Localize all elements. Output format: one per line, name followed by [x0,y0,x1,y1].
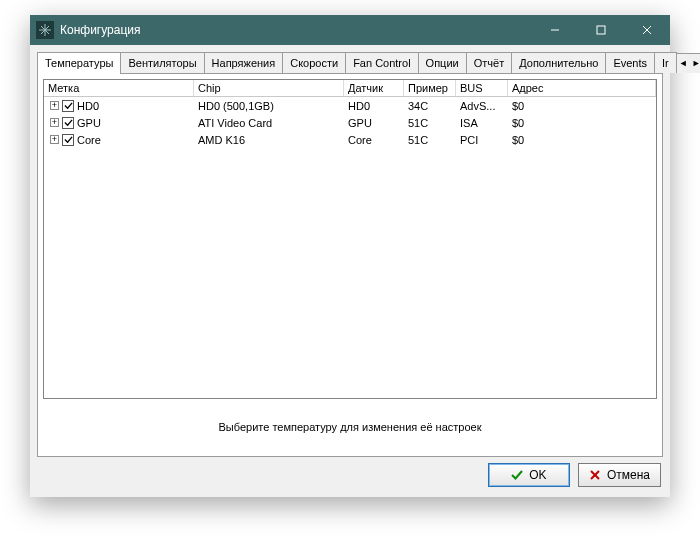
cell-bus: PCI [456,132,508,148]
button-row: OK Отмена [37,457,663,489]
window-frame: Конфигурация Температуры Вентиляторы Нап… [30,15,670,497]
minimize-button[interactable] [532,15,578,45]
tab-label: Вентиляторы [128,57,196,69]
col-chip[interactable]: Chip [194,80,344,96]
tab-panel: Метка Chip Датчик Пример BUS Адрес + HD0… [37,73,663,457]
tab-scroll-left[interactable]: ◄ [677,54,690,73]
expand-icon[interactable]: + [50,135,59,144]
cell-bus: ISA [456,115,508,131]
tab-label: Fan Control [353,57,410,69]
cell-label: Core [77,134,101,146]
cell-chip: ATI Video Card [194,115,344,131]
close-icon [589,469,601,481]
tab-strip: Температуры Вентиляторы Напряжения Скоро… [37,51,663,73]
row-checkbox[interactable] [62,134,74,146]
table-row[interactable]: + HD0 HD0 (500,1GB) HD0 34C AdvS... $0 [44,97,656,114]
client-area: Температуры Вентиляторы Напряжения Скоро… [30,45,670,497]
cell-sample: 34C [404,98,456,114]
tab-label: Опции [426,57,459,69]
grid-header-row: Метка Chip Датчик Пример BUS Адрес [44,80,656,97]
cell-addr: $0 [508,98,656,114]
ok-label: OK [529,468,546,482]
cell-addr: $0 [508,115,656,131]
table-row[interactable]: + GPU ATI Video Card GPU 51C ISA $0 [44,114,656,131]
sensor-grid: Метка Chip Датчик Пример BUS Адрес + HD0… [43,79,657,399]
hint-text: Выберите температуру для изменения её на… [43,399,657,451]
tab-label: Ir [662,57,669,69]
tab-label: Отчёт [474,57,504,69]
cancel-label: Отмена [607,468,650,482]
cell-sample: 51C [404,115,456,131]
tab-label: Events [613,57,647,69]
svg-rect-5 [597,26,605,34]
cell-sample: 51C [404,132,456,148]
col-sample[interactable]: Пример [404,80,456,96]
cell-sensor: Core [344,132,404,148]
col-addr[interactable]: Адрес [508,80,656,96]
tab-advanced[interactable]: Дополнительно [511,52,606,73]
tab-scroll: ◄ ► [676,53,700,73]
cell-bus: AdvS... [456,98,508,114]
cell-sensor: GPU [344,115,404,131]
row-checkbox[interactable] [62,100,74,112]
ok-button[interactable]: OK [488,463,570,487]
row-checkbox[interactable] [62,117,74,129]
tab-scroll-right[interactable]: ► [690,54,700,73]
col-bus[interactable]: BUS [456,80,508,96]
maximize-button[interactable] [578,15,624,45]
cell-chip: AMD K16 [194,132,344,148]
expand-icon[interactable]: + [50,118,59,127]
cell-chip: HD0 (500,1GB) [194,98,344,114]
tab-label: Дополнительно [519,57,598,69]
table-row[interactable]: + Core AMD K16 Core 51C PCI $0 [44,131,656,148]
cell-label: GPU [77,117,101,129]
app-icon [36,21,54,39]
tab-options[interactable]: Опции [418,52,467,73]
tab-fan-control[interactable]: Fan Control [345,52,418,73]
window-title: Конфигурация [60,23,532,37]
tab-label: Напряжения [212,57,276,69]
tab-fans[interactable]: Вентиляторы [120,52,204,73]
title-bar: Конфигурация [30,15,670,45]
close-button[interactable] [624,15,670,45]
check-icon [511,469,523,481]
tab-label: Температуры [45,57,113,69]
cancel-button[interactable]: Отмена [578,463,661,487]
tab-report[interactable]: Отчёт [466,52,512,73]
col-label[interactable]: Метка [44,80,194,96]
expand-icon[interactable]: + [50,101,59,110]
tab-events[interactable]: Events [605,52,655,73]
tab-temperatures[interactable]: Температуры [37,52,121,74]
cell-sensor: HD0 [344,98,404,114]
cell-label: HD0 [77,100,99,112]
cell-addr: $0 [508,132,656,148]
tab-speeds[interactable]: Скорости [282,52,346,73]
tab-label: Скорости [290,57,338,69]
col-sensor[interactable]: Датчик [344,80,404,96]
tab-voltages[interactable]: Напряжения [204,52,284,73]
tab-overflow[interactable]: Ir [654,52,677,73]
